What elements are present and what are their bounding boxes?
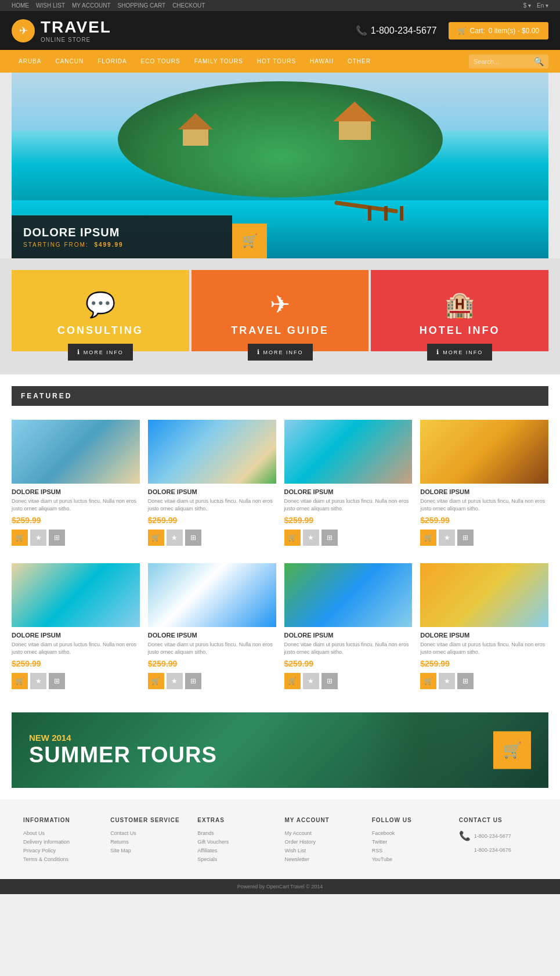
consulting-title: CONSULTING <box>57 325 143 337</box>
product-item: DOLORE IPSUM Donec vitae diam ut purus l… <box>12 563 140 689</box>
compare-button[interactable]: ⊞ <box>457 673 474 689</box>
product-actions: 🛒 ★ ⊞ <box>284 530 413 546</box>
product-price: $259.99 <box>420 516 548 525</box>
site-header: ✈ TRAVEL ONLINE STORE 📞 1-800-234-5677 🛒… <box>0 11 560 50</box>
add-to-cart-button[interactable]: 🛒 <box>284 673 301 689</box>
compare-button[interactable]: ⊞ <box>457 530 474 546</box>
wishlist-button[interactable]: ★ <box>30 673 46 689</box>
footer-link[interactable]: RSS <box>372 848 450 853</box>
language-selector[interactable]: En ▾ <box>537 2 548 9</box>
footer-col-information: INFORMATION About Us Delivery Informatio… <box>23 817 101 865</box>
nav-account[interactable]: MY ACCOUNT <box>72 2 111 9</box>
footer-link[interactable]: Gift Vouchers <box>197 839 275 845</box>
footer-link[interactable]: About Us <box>23 830 101 836</box>
currency-selector[interactable]: $ ▾ <box>523 2 531 9</box>
nav-florida[interactable]: FLORIDA <box>91 50 133 73</box>
product-image <box>284 563 413 627</box>
nav-hawaii[interactable]: HAWAII <box>303 50 341 73</box>
wishlist-button[interactable]: ★ <box>167 530 183 546</box>
product-item: DOLORE IPSUM Donec vitae diam ut purus l… <box>420 420 548 546</box>
footer-link[interactable]: Contact Us <box>110 830 188 836</box>
add-to-cart-button[interactable]: 🛒 <box>420 673 436 689</box>
footer-link[interactable]: Returns <box>110 839 188 845</box>
banner-cart-button[interactable]: 🛒 <box>493 732 531 769</box>
footer-link[interactable]: Specials <box>197 856 275 862</box>
footer-phone-2: 📞 1-800-234-0676 <box>459 844 537 855</box>
footer-link[interactable]: Facebook <box>372 830 450 836</box>
nav-cancun[interactable]: CANCUN <box>48 50 91 73</box>
summer-banner: NEW 2014 SUMMER TOURS 🛒 <box>12 712 548 788</box>
product-actions: 🛒 ★ ⊞ <box>420 530 548 546</box>
cart-button[interactable]: 🛒 Cart: 0 item(s) - $0.00 <box>449 22 548 39</box>
add-to-cart-button[interactable]: 🛒 <box>12 530 28 546</box>
products-row-2: DOLORE IPSUM Donec vitae diam ut purus l… <box>12 563 548 689</box>
footer-link[interactable]: Newsletter <box>285 856 363 862</box>
footer-heading: CONTACT US <box>459 817 537 823</box>
search-button[interactable]: 🔍 <box>534 57 544 66</box>
compare-button[interactable]: ⊞ <box>49 673 65 689</box>
add-to-cart-button[interactable]: 🛒 <box>12 673 28 689</box>
banner-wrapper: NEW 2014 SUMMER TOURS 🛒 <box>0 712 560 799</box>
travel-guide-more-info-button[interactable]: ℹ MORE INFO <box>248 344 313 361</box>
brand-name: TRAVEL <box>41 18 111 37</box>
nav-other[interactable]: OTHER <box>341 50 378 73</box>
nav-hot-tours[interactable]: HOT TOURS <box>250 50 303 73</box>
compare-button[interactable]: ⊞ <box>321 530 338 546</box>
nav-family-tours[interactable]: FAMILY TOURS <box>187 50 250 73</box>
top-bar-right: $ ▾ En ▾ <box>523 2 548 9</box>
footer-columns: INFORMATION About Us Delivery Informatio… <box>23 817 537 879</box>
hotel-info-more-info-button[interactable]: ℹ MORE INFO <box>427 344 492 361</box>
footer-link[interactable]: Affiliates <box>197 848 275 853</box>
footer-col-my-account: MY ACCOUNT My Account Order History Wish… <box>285 817 363 865</box>
footer-link[interactable]: Wish List <box>285 848 363 853</box>
add-to-cart-button[interactable]: 🛒 <box>148 673 164 689</box>
wishlist-button[interactable]: ★ <box>303 673 319 689</box>
brand-sub: ONLINE STORE <box>41 37 111 43</box>
product-actions: 🛒 ★ ⊞ <box>284 673 413 689</box>
service-hotel-info: 🏨 HOTEL INFO ℹ MORE INFO <box>371 270 548 351</box>
footer-link[interactable]: Privacy Policy <box>23 848 101 853</box>
add-to-cart-button[interactable]: 🛒 <box>148 530 164 546</box>
footer-link[interactable]: Delivery Information <box>23 839 101 845</box>
product-price: $259.99 <box>420 659 548 668</box>
add-to-cart-button[interactable]: 🛒 <box>420 530 436 546</box>
footer-link[interactable]: Twitter <box>372 839 450 845</box>
logo[interactable]: ✈ TRAVEL ONLINE STORE <box>12 18 111 43</box>
wishlist-button[interactable]: ★ <box>167 673 183 689</box>
footer-heading: CUSTOMER SERVICE <box>110 817 188 823</box>
top-nav[interactable]: HOME WISH LIST MY ACCOUNT SHOPPING CART … <box>12 2 205 9</box>
footer-link[interactable]: Order History <box>285 839 363 845</box>
wishlist-button[interactable]: ★ <box>439 530 455 546</box>
compare-button[interactable]: ⊞ <box>49 530 65 546</box>
hero-cart-button[interactable]: 🛒 <box>232 224 267 258</box>
nav-home[interactable]: HOME <box>12 2 29 9</box>
nav-eco-tours[interactable]: ECO TOURS <box>134 50 187 73</box>
nav-checkout[interactable]: CHECKOUT <box>172 2 205 9</box>
wishlist-button[interactable]: ★ <box>303 530 319 546</box>
product-price: $259.99 <box>12 516 140 525</box>
footer-heading: FOLLOW US <box>372 817 450 823</box>
footer-link[interactable]: YouTube <box>372 856 450 862</box>
travel-guide-title: TRAVEL GUIDE <box>231 325 328 337</box>
nav-wishlist[interactable]: WISH LIST <box>36 2 65 9</box>
compare-button[interactable]: ⊞ <box>185 530 201 546</box>
footer-link[interactable]: My Account <box>285 830 363 836</box>
product-price: $259.99 <box>12 659 140 668</box>
banner-bg-accent <box>363 712 479 788</box>
footer-link[interactable]: Terms & Conditions <box>23 856 101 862</box>
top-bar: HOME WISH LIST MY ACCOUNT SHOPPING CART … <box>0 0 560 11</box>
add-to-cart-button[interactable]: 🛒 <box>284 530 301 546</box>
consulting-more-info-button[interactable]: ℹ MORE INFO <box>68 344 133 361</box>
footer-link[interactable]: Site Map <box>110 848 188 853</box>
header-right: 📞 1-800-234-5677 🛒 Cart: 0 item(s) - $0.… <box>356 22 548 39</box>
hero-image: DOLORE IPSUM STARTING FROM: $499.99 🛒 <box>12 73 548 258</box>
product-item: DOLORE IPSUM Donec vitae diam ut purus l… <box>12 420 140 546</box>
nav-cart[interactable]: SHOPPING CART <box>118 2 166 9</box>
compare-button[interactable]: ⊞ <box>321 673 338 689</box>
wishlist-button[interactable]: ★ <box>439 673 455 689</box>
wishlist-button[interactable]: ★ <box>30 530 46 546</box>
compare-button[interactable]: ⊞ <box>185 673 201 689</box>
search-input[interactable] <box>474 58 532 65</box>
nav-aruba[interactable]: ARUBA <box>12 50 48 73</box>
footer-link[interactable]: Brands <box>197 830 275 836</box>
